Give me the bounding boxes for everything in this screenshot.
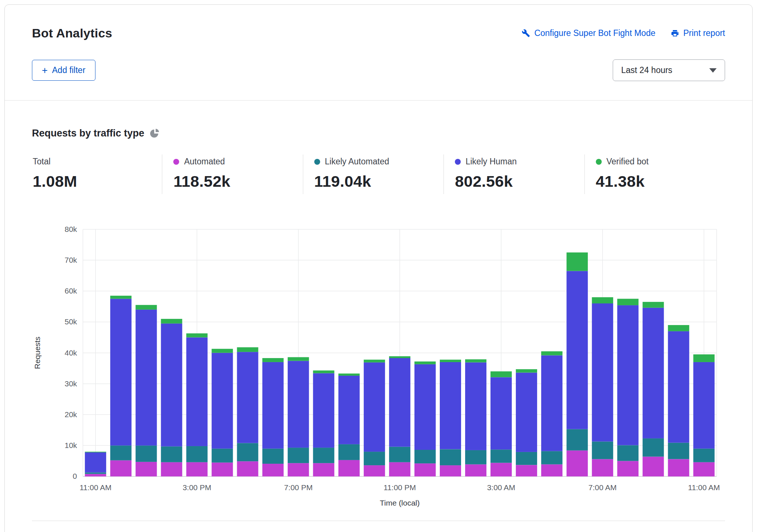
configure-super-bot-fight-mode-label: Configure Super Bot Fight Mode — [534, 28, 655, 38]
stacked-bar-chart: 010k20k30k40k50k60k70k80k11:00 AM3:00 PM… — [32, 215, 725, 507]
stat-likely-automated[interactable]: Likely Automated 119.04k — [303, 154, 443, 194]
svg-text:70k: 70k — [65, 256, 77, 264]
svg-text:3:00 PM: 3:00 PM — [182, 483, 211, 492]
svg-text:50k: 50k — [65, 317, 77, 326]
configure-super-bot-fight-mode-link[interactable]: Configure Super Bot Fight Mode — [522, 28, 655, 38]
stat-automated[interactable]: Automated 118.52k — [162, 154, 303, 194]
verified-bot-legend-dot — [596, 159, 602, 165]
svg-text:7:00 AM: 7:00 AM — [588, 483, 617, 492]
print-report-label: Print report — [683, 28, 725, 38]
stat-automated-value: 118.52k — [173, 172, 299, 190]
stat-automated-label: Automated — [184, 157, 225, 167]
requests-chart-svg: 010k20k30k40k50k60k70k80k11:00 AM3:00 PM… — [32, 215, 725, 507]
svg-text:0: 0 — [73, 472, 77, 480]
svg-text:80k: 80k — [65, 225, 77, 233]
add-filter-label: Add filter — [52, 65, 86, 75]
svg-text:11:00 AM: 11:00 AM — [688, 483, 720, 492]
automated-legend-dot — [173, 159, 179, 165]
svg-text:60k: 60k — [65, 287, 77, 295]
header-links: Configure Super Bot Fight Mode Print rep… — [522, 28, 725, 38]
svg-text:40k: 40k — [65, 349, 77, 357]
section-title: Requests by traffic type — [32, 128, 144, 139]
stat-total-label: Total — [33, 157, 51, 167]
printer-icon — [671, 29, 679, 37]
bot-analytics-card: Bot Analytics Configure Super Bot Fight … — [4, 4, 753, 532]
stat-likely-human-label: Likely Human — [466, 157, 517, 167]
page-title: Bot Analytics — [32, 26, 112, 40]
traffic-type-legend: Total 1.08M Automated 118.52k Likely Aut… — [32, 154, 725, 194]
card-header: Bot Analytics Configure Super Bot Fight … — [5, 5, 752, 101]
stat-likely-human[interactable]: Likely Human 802.56k — [443, 154, 584, 194]
time-range-value: Last 24 hours — [621, 65, 672, 75]
svg-text:7:00 PM: 7:00 PM — [284, 483, 313, 492]
stat-total[interactable]: Total 1.08M — [32, 154, 162, 194]
chevron-down-icon — [709, 68, 717, 73]
plus-icon: + — [42, 67, 48, 74]
svg-text:Requests: Requests — [33, 336, 41, 369]
stat-verified-bot-label: Verified bot — [606, 157, 649, 167]
section-divider — [32, 521, 725, 521]
requests-by-traffic-type-section: Requests by traffic type Total 1.08M Aut… — [5, 101, 752, 521]
stat-likely-automated-value: 119.04k — [314, 172, 440, 190]
pie-chart-icon — [150, 130, 158, 138]
time-range-select[interactable]: Last 24 hours — [613, 59, 725, 81]
svg-text:20k: 20k — [65, 410, 77, 419]
svg-text:3:00 AM: 3:00 AM — [487, 483, 515, 492]
print-report-link[interactable]: Print report — [671, 28, 725, 38]
stat-verified-bot[interactable]: Verified bot 41.38k — [584, 154, 725, 194]
likely-automated-legend-dot — [314, 159, 320, 165]
svg-text:10k: 10k — [65, 441, 77, 449]
svg-text:11:00 PM: 11:00 PM — [384, 483, 416, 492]
wrench-icon — [522, 29, 530, 37]
likely-human-legend-dot — [455, 159, 461, 165]
stat-likely-human-value: 802.56k — [455, 172, 580, 190]
svg-text:30k: 30k — [65, 379, 77, 388]
stat-verified-bot-value: 41.38k — [596, 172, 721, 190]
stat-likely-automated-label: Likely Automated — [325, 157, 389, 167]
svg-text:11:00 AM: 11:00 AM — [80, 483, 112, 492]
stat-total-value: 1.08M — [33, 172, 158, 190]
svg-text:Time (local): Time (local) — [380, 499, 420, 507]
add-filter-button[interactable]: + Add filter — [32, 60, 95, 81]
